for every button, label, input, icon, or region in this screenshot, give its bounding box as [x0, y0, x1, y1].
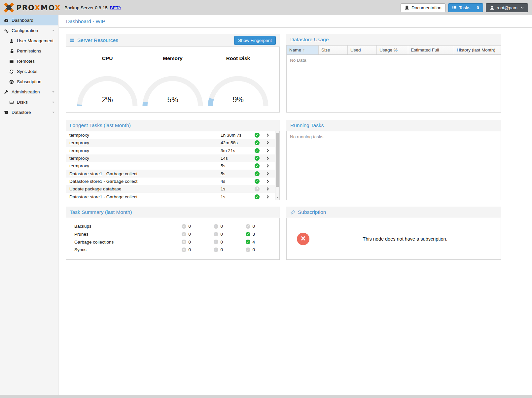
datastore-usage-body: Name↑SizeUsedUsage %Estimated FullHistor… — [286, 45, 501, 113]
task-list-icon — [452, 5, 457, 10]
beta-link[interactable]: BETA — [110, 5, 121, 10]
task-row[interactable]: termproxy14s✓ — [66, 154, 275, 162]
remotes-icon — [9, 59, 14, 64]
column-header-usage-[interactable]: Usage % — [377, 46, 408, 54]
sync-icon — [9, 69, 14, 74]
scrollbar-down-arrow[interactable] — [275, 196, 279, 199]
column-header-used[interactable]: Used — [348, 46, 377, 54]
summary-row: Prunes×0!0✓3 — [66, 230, 279, 238]
show-fingerprint-button[interactable]: Show Fingerprint — [234, 36, 276, 45]
warning-count-icon: ! — [214, 224, 218, 229]
chevron-right-icon[interactable] — [266, 164, 270, 168]
chevron-right-icon[interactable] — [266, 156, 270, 160]
caret-down-icon — [52, 111, 55, 114]
task-duration: 1s — [221, 194, 255, 199]
datastore-usage-header: Datastore Usage — [286, 34, 501, 45]
warning-count: 0 — [221, 247, 223, 252]
sidebar-item-remotes[interactable]: Remotes — [0, 56, 58, 66]
chevron-right-icon[interactable] — [266, 179, 270, 183]
task-list: termproxy1h 38m 7s✓termproxy42m 58s✓term… — [66, 131, 275, 200]
chevron-right-icon[interactable] — [266, 141, 270, 145]
summary-label: Syncs — [74, 247, 182, 252]
ok-status-icon: ✓ — [255, 156, 260, 161]
error-count: 0 — [189, 240, 191, 245]
subscription-body: × This node does not have a subscription… — [286, 218, 501, 260]
chevron-right-icon[interactable] — [266, 187, 270, 191]
warning-count: 0 — [221, 240, 223, 245]
ok-count: 4 — [253, 240, 255, 245]
book-icon — [405, 5, 409, 10]
ok-status-icon: ✓ — [255, 148, 260, 153]
summary-row: Garbage collections×0!0✓4 — [66, 238, 279, 246]
error-count-icon: × — [182, 232, 186, 237]
proxmox-logo: PROXMOX — [4, 3, 61, 13]
documentation-button[interactable]: Documentation — [401, 3, 445, 12]
datastore-usage-panel: Datastore Usage Name↑SizeUsedUsage %Esti… — [286, 34, 501, 113]
column-header-history-last-month-[interactable]: History (last Month) — [454, 46, 501, 54]
task-row[interactable]: Datastore store1 - Garbage collect5s✓ — [66, 170, 275, 177]
user-menu-button[interactable]: root@pam — [486, 3, 528, 12]
tasks-button[interactable]: Tasks 0 — [448, 3, 483, 12]
error-count-icon: × — [182, 224, 186, 229]
warning-count-icon: ! — [214, 248, 218, 252]
disk-icon — [9, 100, 14, 105]
sidebar-item-user-management[interactable]: User Management — [0, 36, 58, 46]
chevron-right-icon[interactable] — [266, 133, 270, 137]
task-row[interactable]: termproxy3m 21s✓ — [66, 147, 275, 154]
sidebar-item-disks[interactable]: Disks — [0, 97, 58, 107]
task-row[interactable]: termproxy1h 38m 7s✓ — [66, 131, 275, 139]
warning-count-icon: ! — [214, 232, 218, 237]
documentation-label: Documentation — [411, 5, 442, 10]
unlock-icon — [9, 49, 14, 53]
running-tasks-body: No running tasks — [286, 131, 501, 200]
sort-asc-icon: ↑ — [303, 48, 305, 52]
task-summary-panel: Task Summary (last Month) Backups×0!0✓0P… — [66, 207, 280, 260]
brand-text: PROXMOX — [16, 4, 61, 12]
gauge-cpu: CPU2% — [76, 47, 139, 112]
subscription-title: Subscription — [298, 209, 326, 215]
task-row[interactable]: termproxy5s✓ — [66, 162, 275, 170]
page-title: Dashboard - WIP — [66, 18, 105, 24]
chevron-right-icon[interactable] — [266, 195, 270, 199]
chevron-right-icon[interactable] — [266, 172, 270, 176]
task-row[interactable]: Datastore store1 - Garbage collect4s✓ — [66, 178, 275, 185]
task-name: termproxy — [69, 140, 221, 145]
task-row[interactable]: Update package database1s? — [66, 185, 275, 193]
column-header-size[interactable]: Size — [319, 46, 348, 54]
ok-status-icon: ✓ — [255, 140, 260, 145]
tasks-count-badge: 0 — [477, 5, 479, 10]
ok-count-icon: ✓ — [246, 248, 250, 252]
task-duration: 5s — [221, 163, 255, 168]
summary-label: Garbage collections — [74, 240, 182, 245]
scrollbar[interactable] — [275, 131, 279, 200]
caret-right-icon — [52, 100, 55, 104]
user-icon — [490, 5, 494, 10]
sidebar-item-administration[interactable]: Administration — [0, 87, 58, 97]
summary-row: Syncs×0!0✓0 — [66, 246, 279, 254]
task-row[interactable]: termproxy42m 58s✓ — [66, 139, 275, 147]
chevron-right-icon[interactable] — [266, 149, 270, 153]
scrollbar-thumb[interactable] — [276, 133, 279, 187]
ok-count-icon: ✓ — [246, 240, 250, 244]
gauge-value: 9% — [207, 95, 269, 104]
ok-status-icon: ✓ — [255, 194, 260, 199]
task-name: termproxy — [69, 148, 221, 153]
task-duration: 14s — [221, 156, 255, 161]
longest-tasks-body: termproxy1h 38m 7s✓termproxy42m 58s✓term… — [66, 131, 280, 200]
sidebar-item-configuration[interactable]: Configuration — [0, 25, 58, 36]
task-summary-title: Task Summary (last Month) — [70, 209, 132, 215]
sidebar-item-dashboard[interactable]: Dashboard — [0, 15, 58, 25]
ok-status-icon: ✓ — [255, 133, 260, 138]
task-row[interactable]: Datastore store1 - Garbage collect1s✓ — [66, 193, 275, 200]
column-header-estimated-full[interactable]: Estimated Full — [408, 46, 454, 54]
column-header-name[interactable]: Name↑ — [287, 46, 319, 54]
task-summary-body: Backups×0!0✓0Prunes×0!0✓3Garbage collect… — [66, 218, 280, 260]
sidebar-item-sync-jobs[interactable]: Sync Jobs — [0, 66, 58, 77]
sidebar-item-permissions[interactable]: Permissions — [0, 46, 58, 56]
sidebar-item-datastore[interactable]: Datastore — [0, 107, 58, 117]
task-duration: 1h 38m 7s — [221, 133, 255, 138]
sidebar-item-subscription[interactable]: Subscription — [0, 77, 58, 87]
task-summary-header: Task Summary (last Month) — [66, 207, 280, 218]
proxmox-x-icon — [4, 3, 14, 13]
server-resources-title: Server Resources — [77, 37, 118, 43]
